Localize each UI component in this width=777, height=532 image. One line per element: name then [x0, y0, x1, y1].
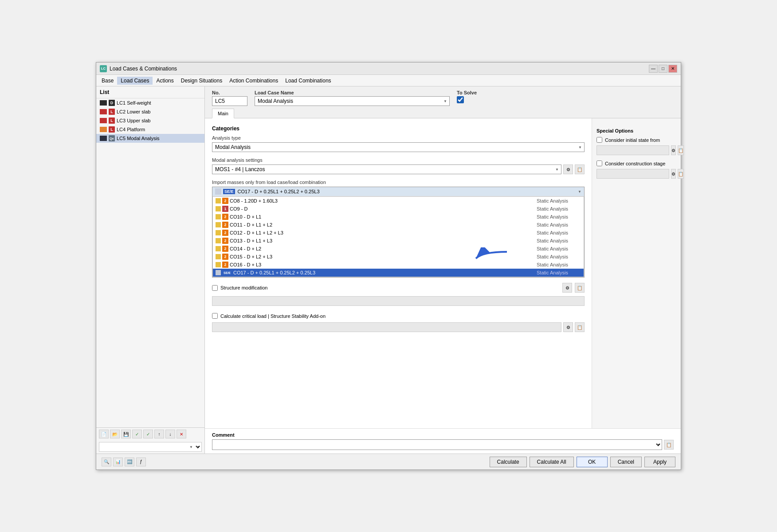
- dropdown-header[interactable]: SE/E CO17 - D + 0.25L1 + 0.25L2 + 0.25L3…: [212, 187, 584, 196]
- modal-settings-copy-btn[interactable]: 📋: [575, 164, 585, 174]
- cancel-button[interactable]: Cancel: [610, 457, 642, 467]
- dropdown-item-co12[interactable]: 2 CO12 - D + L1 + L2 + L3 Static Analysi…: [213, 229, 584, 237]
- co8-name: CO8 - 1.20D + 1.60L3: [230, 198, 535, 203]
- calc-critical-edit-btn[interactable]: ⚙: [563, 322, 573, 332]
- dropdown-item-co9[interactable]: 1 CO9 - D Static Analysis: [213, 205, 584, 213]
- to-solve-group: To Solve: [457, 90, 477, 103]
- modal-settings-edit-btn[interactable]: ⚙: [563, 164, 573, 174]
- special-options-title: Special Options: [596, 128, 676, 133]
- right-panel: Special Options Consider initial state f…: [592, 118, 681, 428]
- dropdown-item-co15[interactable]: 2 CO15 - D + L2 + L3 Static Analysis: [213, 253, 584, 261]
- toolbar-open-btn[interactable]: 📂: [110, 430, 120, 438]
- toolbar-check-btn[interactable]: ✓: [132, 430, 142, 438]
- bottom-sort-btn[interactable]: 🔤: [125, 458, 134, 466]
- menu-actions[interactable]: Actions: [153, 77, 177, 85]
- to-solve-label: To Solve: [457, 90, 477, 95]
- co14-color: [216, 246, 221, 251]
- sidebar-item-lc2[interactable]: L LC2 Lower slab: [96, 107, 204, 116]
- consider-initial-row: Consider initial state from: [596, 137, 676, 143]
- name-select[interactable]: Modal Analysis: [255, 96, 450, 106]
- dropdown-item-co10[interactable]: 2 CO10 - D + L1 Static Analysis: [213, 213, 584, 221]
- close-button[interactable]: ✕: [668, 65, 677, 73]
- apply-button[interactable]: Apply: [644, 457, 675, 467]
- lc2-badge: L: [109, 109, 115, 115]
- no-input[interactable]: LC5: [212, 96, 247, 106]
- consider-initial-input[interactable]: [596, 145, 669, 155]
- dropdown-item-co14[interactable]: 2 CO14 - D + L2 Static Analysis: [213, 245, 584, 253]
- toolbar-check2-btn[interactable]: ✓: [143, 430, 153, 438]
- sidebar-items: D LC1 Self-weight L LC2 Lower slab L LC3…: [96, 98, 204, 427]
- menu-load-combinations[interactable]: Load Combinations: [282, 77, 334, 85]
- toolbar-new-btn[interactable]: 📄: [99, 430, 109, 438]
- structure-mod-row: Structure modification ⚙ 📋: [212, 283, 585, 293]
- lc5-color: [100, 136, 107, 141]
- co14-type: Static Analysis: [537, 246, 581, 251]
- maximize-button[interactable]: □: [659, 65, 667, 73]
- lc4-label: LC4 Platform: [117, 127, 145, 132]
- co13-type: Static Analysis: [537, 238, 581, 243]
- sidebar-toolbar: 📄 📂 💾 ✓ ✓ ↑ ↓ ✕: [96, 427, 204, 440]
- calc-critical-checkbox[interactable]: [212, 313, 218, 319]
- comment-select[interactable]: [212, 439, 662, 450]
- co12-badge: 2: [222, 230, 228, 236]
- consider-construction-checkbox[interactable]: [596, 160, 602, 166]
- calculate-button[interactable]: Calculate: [490, 457, 527, 467]
- consider-construction-copy-btn[interactable]: 📋: [678, 169, 684, 179]
- modal-settings-select-row: MOS1 - #4 | Lanczos ⚙ 📋: [212, 164, 585, 174]
- menu-design-situations[interactable]: Design Situations: [177, 77, 226, 85]
- sidebar-item-lc3[interactable]: L LC3 Upper slab: [96, 116, 204, 125]
- menu-base[interactable]: Base: [98, 77, 117, 85]
- sidebar-item-lc1[interactable]: D LC1 Self-weight: [96, 98, 204, 107]
- dropdown-item-co17[interactable]: SE/E CO17 - D + 0.25L1 + 0.25L2 + 0.25L3…: [213, 269, 584, 277]
- ok-button[interactable]: OK: [577, 457, 608, 467]
- minimize-button[interactable]: —: [649, 65, 658, 73]
- co13-name: CO13 - D + L1 + L3: [230, 238, 535, 243]
- calc-critical-copy-btn[interactable]: 📋: [575, 322, 585, 332]
- consider-construction-edit-btn[interactable]: ⚙: [671, 169, 676, 179]
- toolbar-arrow-btn[interactable]: ↑: [154, 430, 164, 438]
- calc-critical-input[interactable]: [212, 322, 561, 332]
- co17-color: [216, 270, 221, 275]
- analysis-type-wrapper: Modal Analysis: [212, 142, 585, 152]
- consider-construction-input[interactable]: [596, 169, 669, 179]
- modal-settings-select[interactable]: MOS1 - #4 | Lanczos: [212, 164, 561, 174]
- comment-copy-btn[interactable]: 📋: [664, 440, 674, 450]
- lc4-badge: L: [109, 126, 115, 133]
- co10-color: [216, 214, 221, 219]
- bottom-table-btn[interactable]: 📊: [113, 458, 123, 466]
- filter-select[interactable]: All (5): [99, 442, 202, 452]
- tab-main[interactable]: Main: [212, 109, 234, 118]
- consider-initial-checkbox[interactable]: [596, 137, 602, 143]
- dropdown-item-co8[interactable]: 2 CO8 - 1.20D + 1.60L3 Static Analysis: [213, 197, 584, 205]
- dropdown-item-co16[interactable]: 2 CO16 - D + L3 Static Analysis: [213, 261, 584, 269]
- structure-mod-copy-btn[interactable]: 📋: [575, 283, 585, 293]
- name-select-wrapper: Modal Analysis: [255, 96, 450, 106]
- menu-action-combinations[interactable]: Action Combinations: [226, 77, 282, 85]
- modal-settings-wrapper: MOS1 - #4 | Lanczos: [212, 164, 561, 174]
- no-field-group: No. LC5: [212, 90, 247, 106]
- co10-name: CO10 - D + L1: [230, 214, 535, 219]
- menu-load-cases[interactable]: Load Cases: [117, 77, 153, 85]
- co17-name: CO17 - D + 0.25L1 + 0.25L2 + 0.25L3: [233, 270, 535, 275]
- dropdown-item-co13[interactable]: 2 CO13 - D + L1 + L3 Static Analysis: [213, 237, 584, 245]
- dropdown-item-co11[interactable]: 2 CO11 - D + L1 + L2 Static Analysis: [213, 221, 584, 229]
- sidebar-item-lc5[interactable]: Qe LC5 Modal Analysis: [96, 134, 204, 143]
- consider-initial-copy-btn[interactable]: 📋: [678, 145, 684, 155]
- structure-mod-edit-btn[interactable]: ⚙: [562, 283, 572, 293]
- toolbar-arrow2-btn[interactable]: ↓: [165, 430, 175, 438]
- calculate-all-button[interactable]: Calculate All: [530, 457, 574, 467]
- bottom-search-btn[interactable]: 🔍: [102, 458, 111, 466]
- import-masses-dropdown: SE/E CO17 - D + 0.25L1 + 0.25L2 + 0.25L3…: [212, 187, 585, 278]
- lc1-label: LC1 Self-weight: [117, 100, 151, 106]
- consider-initial-edit-btn[interactable]: ⚙: [671, 145, 676, 155]
- structure-mod-checkbox[interactable]: [212, 285, 218, 291]
- bottom-toolbar: 🔍 📊 🔤 ƒ: [102, 458, 487, 466]
- toolbar-delete-btn[interactable]: ✕: [177, 430, 186, 438]
- to-solve-checkbox[interactable]: [457, 96, 464, 103]
- toolbar-save-btn[interactable]: 💾: [121, 430, 131, 438]
- sidebar-item-lc4[interactable]: L LC4 Platform: [96, 125, 204, 134]
- co11-name: CO11 - D + L1 + L2: [230, 222, 535, 227]
- structure-mod-input[interactable]: [212, 296, 585, 306]
- analysis-type-select[interactable]: Modal Analysis: [212, 142, 585, 152]
- bottom-func-btn[interactable]: ƒ: [136, 458, 146, 466]
